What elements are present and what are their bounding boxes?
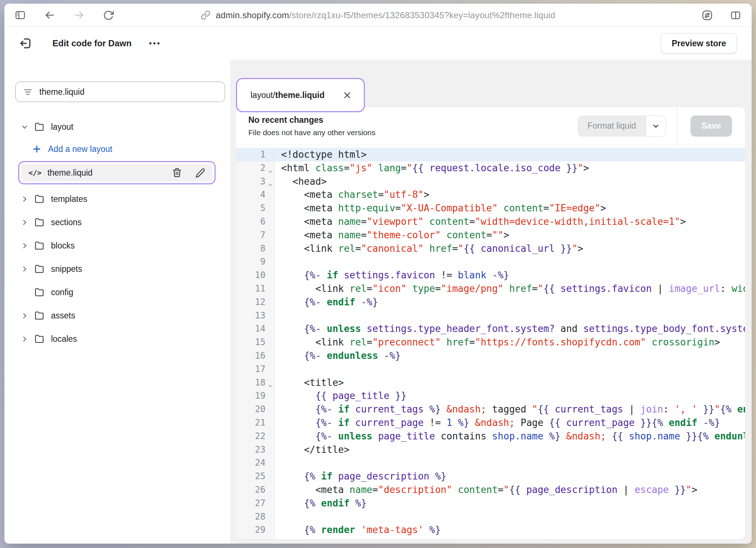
code-line-content[interactable]: <link rel="canonical" href="{{ canonical…	[275, 242, 745, 255]
code-line-content[interactable]: {%- if current_page != 1 %} &ndash; Page…	[275, 416, 745, 430]
active-tab-highlight-ring: layout/theme.liquid ×	[236, 78, 365, 112]
tab-close-icon[interactable]: ×	[343, 90, 352, 101]
add-new-layout-link[interactable]: Add a new layout	[15, 138, 225, 160]
chevron-right-icon[interactable]	[20, 195, 29, 203]
code-line-content[interactable]: <meta charset="utf-8">	[275, 188, 745, 201]
browser-window: admin.shopify.com/store/rzq1xu-f5/themes…	[4, 4, 752, 544]
code-line-content[interactable]: {% render 'meta-tags' %}	[275, 523, 745, 537]
format-liquid-dropdown-button[interactable]	[646, 116, 666, 137]
code-line: 7 <meta name="theme-color" content="">	[236, 228, 745, 242]
code-line-content[interactable]: <title>	[275, 376, 745, 390]
line-number: 22	[236, 430, 275, 443]
code-line: 10 {%- if settings.favicon != blank -%}	[236, 269, 745, 282]
code-line-content[interactable]: {%- if settings.favicon != blank -%}	[275, 269, 745, 282]
code-line-content[interactable]: {% if page_description %}	[275, 470, 745, 483]
chevron-down-icon	[651, 122, 660, 130]
code-line-content[interactable]: <meta name="description" content="{{ pag…	[275, 483, 745, 497]
sidebar-item-templates[interactable]: templates	[15, 187, 225, 211]
code-line: 27 {% endif %}	[236, 497, 745, 510]
code-line: 5 <meta http-equiv="X-UA-Compatible" con…	[236, 201, 745, 215]
preview-store-button[interactable]: Preview store	[661, 33, 737, 54]
code-line-content[interactable]: {% endif %}	[275, 497, 745, 510]
code-editor[interactable]: 1<!doctype html>2<html class="js" lang="…	[236, 145, 745, 539]
code-line-content[interactable]: <link rel="icon" type="image/png" href="…	[275, 282, 745, 295]
code-line-content[interactable]: </title>	[275, 443, 745, 457]
folder-icon	[34, 287, 44, 297]
code-line-content[interactable]: <link rel="preconnect" href="https://fon…	[275, 336, 745, 349]
split-view-icon[interactable]	[730, 9, 741, 21]
code-line-content[interactable]: <meta name="viewport" content="width=dev…	[275, 215, 745, 228]
code-line-content[interactable]	[275, 456, 745, 470]
back-icon[interactable]	[44, 9, 55, 21]
sidebar-item-config[interactable]: config	[15, 281, 225, 304]
code-line-content[interactable]: {%- if current_tags %} &ndash; tagged "{…	[275, 403, 745, 416]
url-domain: admin.shopify.com	[216, 10, 289, 20]
fold-chevron-icon[interactable]	[268, 182, 273, 188]
save-button[interactable]: Save	[690, 116, 732, 137]
format-liquid-split-button: Format liquid	[578, 116, 666, 137]
sidebar-toggle-icon[interactable]	[15, 9, 26, 21]
fold-chevron-icon[interactable]	[268, 383, 273, 389]
tab-theme-liquid[interactable]: layout/theme.liquid ×	[240, 82, 361, 108]
line-number: 13	[236, 309, 275, 322]
file-item-theme-liquid[interactable]: </>theme.liquid	[21, 164, 213, 181]
code-line-content[interactable]: {%- endif -%}	[275, 295, 745, 309]
more-menu-icon[interactable]	[148, 41, 163, 46]
line-number: 20	[236, 403, 275, 416]
code-line-content[interactable]	[275, 255, 745, 269]
line-number: 21	[236, 416, 275, 430]
reload-icon[interactable]	[103, 10, 114, 21]
chevron-right-icon[interactable]	[20, 219, 29, 226]
line-number: 1	[236, 148, 275, 161]
code-line-content[interactable]	[275, 363, 745, 376]
chevron-right-icon[interactable]	[20, 312, 29, 320]
sidebar-item-layout[interactable]: layout	[15, 115, 225, 138]
line-number: 26	[236, 483, 275, 497]
delete-file-icon[interactable]	[172, 168, 182, 178]
file-tree-sidebar: theme.liquid layoutAdd a new layout</>th…	[4, 60, 230, 544]
sidebar-item-locales[interactable]: locales	[15, 327, 225, 351]
code-line-content[interactable]: <head>	[275, 175, 745, 188]
code-line: 11 <link rel="icon" type="image/png" hre…	[236, 282, 745, 295]
code-line-content[interactable]: {%- unless page_title contains shop.name…	[275, 430, 745, 443]
code-line: 25 {% if page_description %}	[236, 470, 745, 483]
line-number: 27	[236, 497, 275, 510]
code-line-content[interactable]: <!doctype html>	[275, 148, 745, 161]
code-line-content[interactable]	[275, 309, 745, 322]
chevron-right-icon[interactable]	[20, 265, 29, 273]
code-line-content[interactable]: <html class="js" lang="{{ request.locale…	[275, 161, 745, 175]
forward-icon	[74, 9, 85, 21]
sidebar-item-snippets[interactable]: snippets	[15, 257, 225, 281]
code-line: 9	[236, 255, 745, 269]
sidebar-item-blocks[interactable]: blocks	[15, 234, 225, 257]
file-search-input[interactable]: theme.liquid	[15, 82, 225, 102]
code-line-content[interactable]: <meta name="theme-color" content="">	[275, 228, 745, 242]
folder-label: config	[51, 287, 73, 297]
chevron-right-icon[interactable]	[20, 335, 29, 343]
code-line-content[interactable]: {{ page_title }}	[275, 389, 745, 403]
selected-file-highlight-ring: </>theme.liquid	[18, 161, 216, 184]
chevron-down-icon[interactable]	[20, 123, 29, 131]
code-line: 12 {%- endif -%}	[236, 295, 745, 309]
app-header: Edit code for Dawn Preview store	[4, 27, 752, 60]
exit-icon[interactable]	[19, 37, 32, 50]
format-liquid-button[interactable]: Format liquid	[578, 116, 646, 137]
line-number: 19	[236, 389, 275, 403]
code-line: 1<!doctype html>	[236, 148, 745, 161]
sidebar-item-sections[interactable]: sections	[15, 211, 225, 234]
sidebar-item-assets[interactable]: assets	[15, 304, 225, 327]
chevron-right-icon[interactable]	[20, 242, 29, 250]
code-line-content[interactable]: <meta http-equiv="X-UA-Compatible" conte…	[275, 201, 745, 215]
version-title: No recent changes	[248, 115, 375, 125]
fold-chevron-icon[interactable]	[268, 169, 273, 175]
address-bar[interactable]: admin.shopify.com/store/rzq1xu-f5/themes…	[201, 10, 555, 20]
code-line-content[interactable]: {%- unless settings.type_header_font.sys…	[275, 322, 745, 336]
rename-file-icon[interactable]	[195, 168, 205, 178]
line-number: 7	[236, 228, 275, 242]
code-line-content[interactable]: {%- endunless -%}	[275, 349, 745, 363]
link-icon	[201, 10, 210, 20]
folder-label: assets	[51, 311, 75, 321]
folder-icon	[34, 194, 44, 204]
page-settings-icon[interactable]	[701, 9, 713, 21]
code-line-content[interactable]	[275, 510, 745, 524]
